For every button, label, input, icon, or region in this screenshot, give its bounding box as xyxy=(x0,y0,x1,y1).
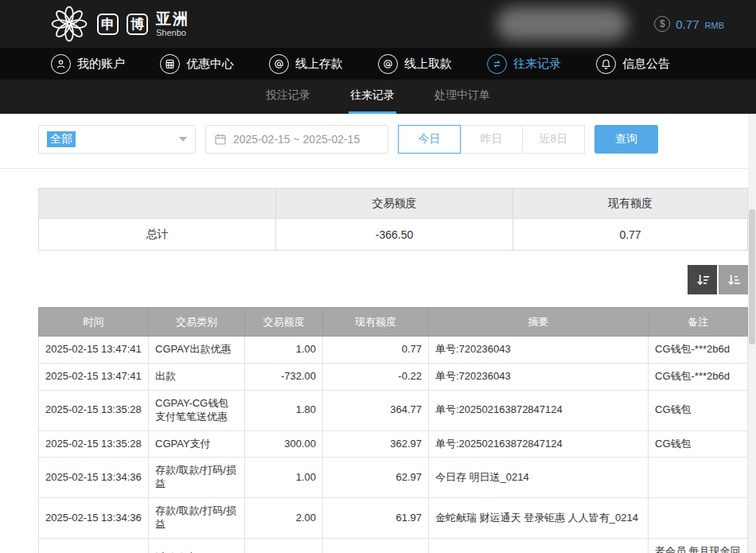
date-range-value: 2025-02-15 ~ 2025-02-15 xyxy=(233,133,360,146)
cell-note xyxy=(649,498,748,539)
cell-type: CGPAY出款优惠 xyxy=(149,337,245,364)
subnav-label-transaction-records: 往来记录 xyxy=(350,88,395,103)
cell-balance: 364.77 xyxy=(323,390,429,430)
sort-ascending-button[interactable] xyxy=(719,265,748,294)
nav-item-announcements[interactable]: 信息公告 xyxy=(596,54,670,74)
col-header-summary: 摘要 xyxy=(429,308,649,337)
nav-item-my-account[interactable]: 我的账户 xyxy=(51,54,125,74)
cell-type: CGPAY-CG钱包支付笔笔送优惠 xyxy=(149,390,245,430)
summary-col-transaction: 交易额度 xyxy=(276,189,513,219)
balance-currency: RMB xyxy=(705,18,724,30)
cell-amount: 58.00 xyxy=(245,539,323,553)
col-header-note: 备注 xyxy=(649,308,748,337)
sort-descending-icon xyxy=(695,272,711,288)
summary-table: 交易额度 现有额度 总计 -366.50 0.77 xyxy=(38,188,748,251)
logo-subtitle: Shenbo xyxy=(156,28,189,38)
cell-summary: 单号:202502163872847124 xyxy=(429,390,649,430)
withdraw-icon xyxy=(378,54,398,74)
subnav-processing-orders[interactable]: 处理中订单 xyxy=(433,80,492,114)
records-table: 时间 交易类别 交易额度 现有额度 摘要 备注 2025-02-15 13:47… xyxy=(38,307,748,553)
col-header-amount: 交易额度 xyxy=(245,308,323,337)
cell-note: CG钱包 xyxy=(649,430,748,458)
nav-item-records[interactable]: 往来记录 xyxy=(487,54,561,74)
table-row: 2025-02-15 13:35:28 CGPAY支付 300.00 362.9… xyxy=(39,430,748,458)
logo-region: 亚洲 xyxy=(156,10,189,28)
cell-balance: 0.77 xyxy=(323,337,429,364)
sort-descending-button[interactable] xyxy=(688,265,717,294)
sub-nav: 投注记录 往来记录 处理中订单 xyxy=(0,80,756,114)
cell-amount: 1.00 xyxy=(245,458,323,498)
cell-note: CG钱包-***2b6d xyxy=(649,337,748,364)
cell-summary: 金蛇献瑞 财运通天 登录钜惠 人人皆有_0214 xyxy=(429,498,649,539)
table-row: 2025-02-15 13:35:28 CGPAY-CG钱包支付笔笔送优惠 1.… xyxy=(39,390,748,430)
cell-balance: 362.97 xyxy=(323,430,429,458)
nav-label-records: 往来记录 xyxy=(513,56,561,72)
summary-header-row: 交易额度 现有额度 xyxy=(39,189,748,219)
cell-time: 2025-02-15 13:47:41 xyxy=(39,337,149,364)
nav-item-withdrawal[interactable]: 线上取款 xyxy=(378,54,452,74)
cell-balance: -0.22 xyxy=(323,363,429,390)
summary-total-transaction: -366.50 xyxy=(276,219,513,251)
privacy-blur xyxy=(497,7,628,41)
subnav-label-processing-orders: 处理中订单 xyxy=(435,88,490,103)
date-range-input[interactable]: 2025-02-15 ~ 2025-02-15 xyxy=(205,125,388,154)
summary-corner-cell xyxy=(39,189,276,219)
quick-8days-button[interactable]: 近8日 xyxy=(522,125,585,154)
cell-type: 活动优惠 xyxy=(149,539,245,553)
summary-total-balance: 0.77 xyxy=(513,219,748,251)
logo-char-bo: 博 xyxy=(127,14,148,35)
cell-note: CG钱包-***2b6d xyxy=(649,363,748,390)
subnav-bet-records[interactable]: 投注记录 xyxy=(264,80,312,114)
summary-total-label: 总计 xyxy=(39,219,276,251)
col-header-type: 交易类别 xyxy=(149,308,245,337)
cell-amount: -732.00 xyxy=(245,363,323,390)
cell-summary xyxy=(429,539,649,553)
records-exchange-icon xyxy=(487,54,507,74)
query-button[interactable]: 查询 xyxy=(594,125,658,154)
logo-char-shen: 申 xyxy=(97,14,119,35)
col-header-balance: 现有额度 xyxy=(323,308,429,337)
cell-note: 老会员 每月现金回馈 xyxy=(649,539,748,553)
quick-yesterday-button[interactable]: 昨日 xyxy=(460,125,523,154)
cell-summary: 今日存 明日送_0214 xyxy=(429,458,649,498)
scrollbar-thumb[interactable] xyxy=(749,209,755,345)
bell-icon xyxy=(596,54,616,74)
sort-controls xyxy=(38,265,748,294)
category-select[interactable]: 全部 xyxy=(38,125,196,154)
cell-balance: 59.97 xyxy=(323,539,429,553)
cell-time: 2025-02-15 13:47:41 xyxy=(39,363,149,390)
promo-grid-icon xyxy=(160,54,180,74)
quick-today-button[interactable]: 今日 xyxy=(398,125,461,154)
nav-label-my-account: 我的账户 xyxy=(77,56,125,72)
deposit-icon xyxy=(269,54,289,74)
brand-logo[interactable]: 申 博 亚洲 Shenbo xyxy=(49,4,189,44)
main-nav: 我的账户 优惠中心 线上存款 线上取款 往来记录 xyxy=(0,48,756,80)
sort-ascending-icon xyxy=(726,272,742,288)
chevron-down-icon xyxy=(179,137,187,142)
subnav-transaction-records[interactable]: 往来记录 xyxy=(349,80,396,114)
nav-item-promotions[interactable]: 优惠中心 xyxy=(160,54,234,74)
nav-label-promotions: 优惠中心 xyxy=(186,56,234,72)
cell-summary: 单号:202502163872847124 xyxy=(429,430,649,458)
cell-time: 2025-02-15 13:34:33 xyxy=(39,539,149,553)
cell-summary: 单号:720236043 xyxy=(429,337,649,364)
cell-time: 2025-02-15 13:34:36 xyxy=(39,458,149,498)
table-row: 2025-02-15 13:34:36 存款/取款/打码/损益 1.00 62.… xyxy=(39,458,748,498)
cell-amount: 2.00 xyxy=(245,498,323,539)
filter-bar: 全部 2025-02-15 ~ 2025-02-15 今日 昨日 近8日 查询 xyxy=(0,114,756,168)
user-icon xyxy=(51,54,71,74)
cell-amount: 1.00 xyxy=(245,337,323,364)
content-area: 交易额度 现有额度 总计 -366.50 0.77 xyxy=(38,188,748,553)
nav-item-deposit[interactable]: 线上存款 xyxy=(269,54,343,74)
cell-time: 2025-02-15 13:35:28 xyxy=(39,390,149,430)
calendar-icon xyxy=(214,133,227,146)
cell-balance: 62.97 xyxy=(323,458,429,498)
scrollbar xyxy=(748,114,756,553)
cell-time: 2025-02-15 13:34:36 xyxy=(39,498,149,539)
currency-symbol: $ xyxy=(660,18,665,29)
nav-label-announcements: 信息公告 xyxy=(622,56,670,72)
table-row: 2025-02-15 13:47:41 出款 -732.00 -0.22 单号:… xyxy=(39,363,748,390)
summary-total-row: 总计 -366.50 0.77 xyxy=(39,219,748,251)
nav-label-withdrawal: 线上取款 xyxy=(404,56,452,72)
cell-amount: 300.00 xyxy=(245,430,323,458)
